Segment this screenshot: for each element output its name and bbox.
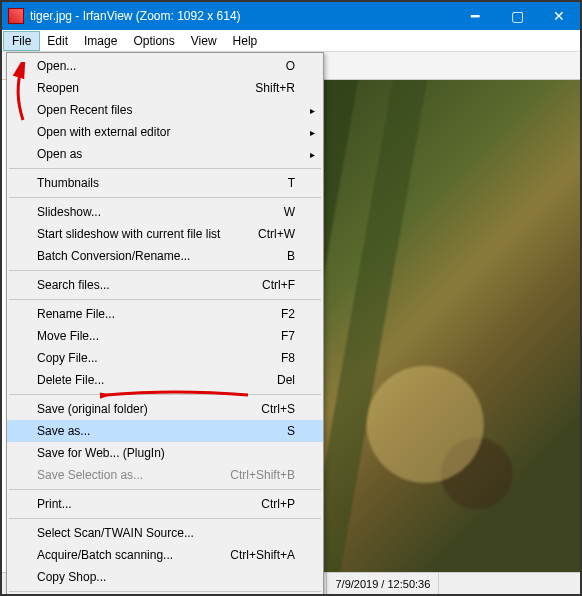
- close-button[interactable]: ✕: [538, 2, 580, 30]
- menu-separator: [9, 518, 321, 519]
- menu-view[interactable]: View: [183, 32, 225, 50]
- menu-item-label: Open...: [37, 59, 76, 73]
- menu-item-print[interactable]: Print...Ctrl+P: [7, 493, 323, 515]
- menu-item-shortcut: Shift+R: [255, 81, 315, 95]
- menu-item-select-scan-twain-source[interactable]: Select Scan/TWAIN Source...: [7, 522, 323, 544]
- menu-item-label: Open as: [37, 147, 82, 161]
- menu-item-open-as[interactable]: Open as: [7, 143, 323, 165]
- file-menu-dropdown: Open...OReopenShift+ROpen Recent filesOp…: [6, 52, 324, 596]
- menu-help[interactable]: Help: [225, 32, 266, 50]
- menu-item-label: Copy Shop...: [37, 570, 106, 584]
- menu-item-shortcut: Ctrl+P: [261, 497, 315, 511]
- menu-item-label: Save for Web... (PlugIn): [37, 446, 165, 460]
- menu-item-label: Delete File...: [37, 373, 104, 387]
- window-controls: ━ ▢ ✕: [454, 2, 580, 30]
- menu-item-start-slideshow-with-current-file-list[interactable]: Start slideshow with current file listCt…: [7, 223, 323, 245]
- annotation-arrow-file: [9, 62, 35, 125]
- menu-item-thumbnails[interactable]: ThumbnailsT: [7, 172, 323, 194]
- window-title: tiger.jpg - IrfanView (Zoom: 1092 x 614): [30, 9, 454, 23]
- menu-item-acquire-batch-scanning[interactable]: Acquire/Batch scanning...Ctrl+Shift+A: [7, 544, 323, 566]
- menu-item-label: Start slideshow with current file list: [37, 227, 220, 241]
- menu-item-shortcut: B: [287, 249, 315, 263]
- menu-item-label: Save as...: [37, 424, 90, 438]
- menu-item-label: Copy File...: [37, 351, 98, 365]
- menu-item-shortcut: T: [288, 176, 315, 190]
- app-icon: [8, 8, 24, 24]
- menu-item-save-for-web-plugin[interactable]: Save for Web... (PlugIn): [7, 442, 323, 464]
- menu-item-shortcut: Ctrl+S: [261, 402, 315, 416]
- annotation-arrow-saveas: [100, 385, 250, 408]
- menu-separator: [9, 591, 321, 592]
- menu-item-open[interactable]: Open...O: [7, 55, 323, 77]
- menu-item-label: Select Scan/TWAIN Source...: [37, 526, 194, 540]
- titlebar: tiger.jpg - IrfanView (Zoom: 1092 x 614)…: [2, 2, 580, 30]
- menu-item-shortcut: F8: [281, 351, 315, 365]
- menu-item-rename-file[interactable]: Rename File...F2: [7, 303, 323, 325]
- menu-edit[interactable]: Edit: [39, 32, 76, 50]
- menu-image[interactable]: Image: [76, 32, 125, 50]
- menu-item-shortcut: Ctrl+W: [258, 227, 315, 241]
- menu-file[interactable]: File: [4, 32, 39, 50]
- menu-item-shortcut: O: [286, 59, 315, 73]
- menu-separator: [9, 168, 321, 169]
- minimize-button[interactable]: ━: [454, 2, 496, 30]
- menu-item-shortcut: Ctrl+F: [262, 278, 315, 292]
- menu-item-label: Acquire/Batch scanning...: [37, 548, 173, 562]
- menu-item-label: Search files...: [37, 278, 110, 292]
- menu-item-shortcut: S: [287, 424, 315, 438]
- menu-item-batch-conversion-rename[interactable]: Batch Conversion/Rename...B: [7, 245, 323, 267]
- menu-item-shortcut: Ctrl+Shift+A: [230, 548, 315, 562]
- menu-item-label: Thumbnails: [37, 176, 99, 190]
- menu-item-copy-file[interactable]: Copy File...F8: [7, 347, 323, 369]
- menu-item-label: Open Recent files: [37, 103, 132, 117]
- menu-separator: [9, 270, 321, 271]
- menu-item-copy-shop[interactable]: Copy Shop...: [7, 566, 323, 588]
- menu-item-label: Batch Conversion/Rename...: [37, 249, 190, 263]
- menu-item-open-recent-files[interactable]: Open Recent files: [7, 99, 323, 121]
- menu-item-label: Open with external editor: [37, 125, 170, 139]
- menu-separator: [9, 489, 321, 490]
- menu-item-label: Rename File...: [37, 307, 115, 321]
- menu-options[interactable]: Options: [125, 32, 182, 50]
- menu-item-save-selection-as: Save Selection as...Ctrl+Shift+B: [7, 464, 323, 486]
- menu-item-shortcut: Del: [277, 373, 315, 387]
- menu-item-label: Move File...: [37, 329, 99, 343]
- menu-separator: [9, 197, 321, 198]
- menu-item-move-file[interactable]: Move File...F7: [7, 325, 323, 347]
- menu-item-label: Reopen: [37, 81, 79, 95]
- menu-item-save-as[interactable]: Save as...S: [7, 420, 323, 442]
- menu-item-reopen[interactable]: ReopenShift+R: [7, 77, 323, 99]
- menu-item-shortcut: F7: [281, 329, 315, 343]
- image-viewport[interactable]: [322, 80, 580, 572]
- menu-item-label: Slideshow...: [37, 205, 101, 219]
- menubar: FileEditImageOptionsViewHelp: [2, 30, 580, 52]
- menu-item-label: Save Selection as...: [37, 468, 143, 482]
- menu-item-slideshow[interactable]: Slideshow...W: [7, 201, 323, 223]
- menu-separator: [9, 299, 321, 300]
- status-date: 7/9/2019 / 12:50:36: [327, 573, 439, 594]
- menu-item-open-with-external-editor[interactable]: Open with external editor: [7, 121, 323, 143]
- menu-item-shortcut: Ctrl+Shift+B: [230, 468, 315, 482]
- menu-item-label: Print...: [37, 497, 72, 511]
- menu-item-shortcut: W: [284, 205, 315, 219]
- menu-item-shortcut: F2: [281, 307, 315, 321]
- maximize-button[interactable]: ▢: [496, 2, 538, 30]
- menu-item-search-files[interactable]: Search files...Ctrl+F: [7, 274, 323, 296]
